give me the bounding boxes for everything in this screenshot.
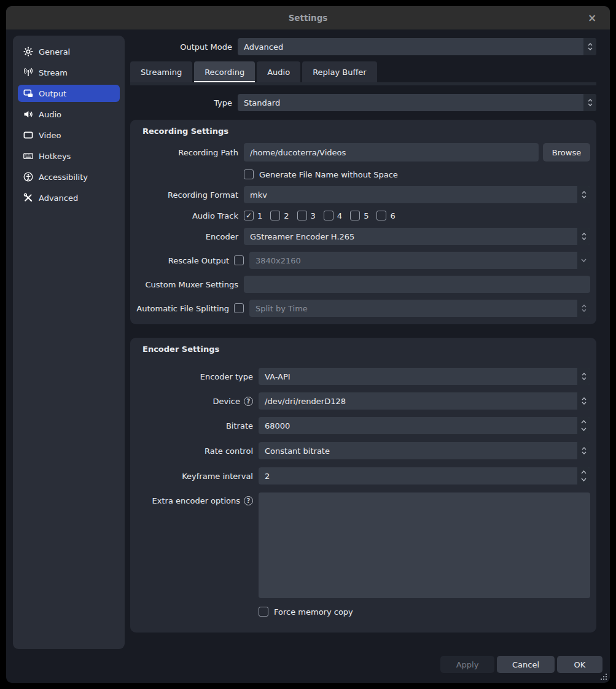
chevron-updown-icon[interactable] [577, 442, 590, 459]
sidebar-item-audio[interactable]: Audio [18, 106, 120, 123]
type-select[interactable]: Standard [238, 94, 596, 111]
keyframe-interval-spinbox[interactable]: 2 [259, 467, 590, 485]
custom-muxer-row: Custom Muxer Settings [136, 276, 590, 293]
chevron-updown-icon[interactable] [577, 368, 590, 385]
browse-button[interactable]: Browse [543, 143, 590, 162]
encoder-select[interactable]: GStreamer Encoder H.265 [244, 228, 590, 245]
recording-path-row: Recording Path /home/ducoterra/Videos Br… [136, 143, 590, 162]
keyboard-icon [23, 151, 33, 161]
device-label: Device? [136, 397, 253, 406]
sidebar-item-label: Hotkeys [39, 152, 71, 161]
sidebar-item-stream[interactable]: Stream [18, 64, 120, 81]
device-row: Device? /dev/dri/renderD128 [136, 392, 590, 410]
recording-format-label: Recording Format [136, 190, 244, 200]
tools-icon [23, 193, 33, 203]
output-mode-select[interactable]: Advanced [238, 38, 596, 55]
output-icon [23, 88, 33, 98]
tab-recording[interactable]: Recording [194, 61, 255, 82]
keyframe-interval-label: Keyframe interval [136, 472, 253, 481]
rescale-output-row: Rescale Output ✓ 3840x2160 [136, 252, 590, 269]
sidebar-item-accessibility[interactable]: Accessibility [18, 168, 120, 185]
device-select[interactable]: /dev/dri/renderD128 [259, 392, 590, 410]
generate-no-space-label: Generate File Name without Space [259, 170, 398, 179]
rate-control-select[interactable]: Constant bitrate [259, 442, 590, 459]
sidebar-item-advanced[interactable]: Advanced [18, 189, 120, 206]
audio-track-1-checkbox[interactable]: ✓ [244, 211, 254, 220]
recording-settings-group: Recording Settings Recording Path /home/… [130, 120, 596, 324]
audio-track-2-checkbox[interactable]: ✓ [270, 211, 280, 220]
sidebar-item-general[interactable]: General [18, 43, 120, 60]
encoder-type-row: Encoder type VA-API [136, 368, 590, 385]
sidebar-item-label: Output [39, 89, 66, 98]
group-title: Encoder Settings [136, 344, 590, 354]
audio-track-4-checkbox[interactable]: ✓ [324, 211, 333, 220]
type-label: Type [130, 98, 238, 107]
ok-button[interactable]: OK [557, 656, 602, 673]
tab-audio[interactable]: Audio [257, 61, 300, 82]
sidebar-item-hotkeys[interactable]: Hotkeys [18, 147, 120, 165]
settings-window: Settings × General Stream Output Audio V… [6, 6, 610, 683]
rate-control-label: Rate control [136, 446, 253, 456]
auto-split-label: Automatic File Splitting [136, 304, 229, 313]
sidebar-item-label: Stream [39, 68, 68, 77]
encoder-row: Encoder GStreamer Encoder H.265 [136, 228, 590, 245]
audio-track-row: Audio Track ✓1 ✓2 ✓3 ✓4 ✓5 ✓6 [136, 211, 590, 220]
audio-track-6-checkbox[interactable]: ✓ [376, 211, 386, 220]
encoder-type-select[interactable]: VA-API [259, 368, 590, 385]
title-bar[interactable]: Settings × [6, 6, 610, 29]
recording-path-label: Recording Path [136, 148, 244, 157]
auto-split-row: Automatic File Splitting ✓ Split by Time [136, 300, 590, 317]
output-mode-label: Output Mode [130, 42, 238, 52]
output-settings-pane: Output Mode Advanced Streaming Recording… [130, 36, 596, 633]
rate-control-row: Rate control Constant bitrate [136, 442, 590, 459]
help-icon[interactable]: ? [244, 397, 253, 406]
chevron-updown-icon[interactable] [577, 392, 590, 410]
force-memory-copy-label: Force memory copy [274, 607, 353, 617]
output-mode-row: Output Mode Advanced [130, 38, 596, 55]
chevron-updown-icon[interactable] [583, 94, 596, 111]
sidebar-item-video[interactable]: Video [18, 127, 120, 144]
custom-muxer-input[interactable] [244, 276, 590, 293]
audio-track-label: Audio Track [136, 211, 244, 220]
audio-track-5-checkbox[interactable]: ✓ [350, 211, 360, 220]
chevron-updown-icon[interactable] [583, 38, 596, 55]
close-icon[interactable]: × [583, 6, 601, 29]
force-memory-copy-row: ✓ Force memory copy [136, 607, 590, 617]
cancel-button[interactable]: Cancel [497, 656, 555, 673]
apply-button[interactable]: Apply [440, 656, 494, 673]
force-memory-copy-checkbox[interactable]: ✓ [259, 607, 268, 617]
tab-streaming[interactable]: Streaming [130, 61, 192, 82]
encoder-label: Encoder [136, 232, 244, 241]
chevron-down-icon [577, 252, 590, 269]
type-row: Type Standard [130, 94, 596, 111]
chevron-updown-icon[interactable] [577, 186, 590, 203]
spinner-arrows-icon[interactable] [577, 417, 590, 434]
sidebar-item-label: Audio [39, 110, 61, 119]
sidebar-item-output[interactable]: Output [18, 85, 120, 102]
auto-split-checkbox[interactable]: ✓ [234, 303, 244, 313]
sidebar-item-label: Video [39, 131, 61, 140]
chevron-updown-icon [577, 300, 590, 317]
encoder-settings-group: Encoder Settings Encoder type VA-API Dev… [130, 338, 596, 633]
chevron-updown-icon[interactable] [577, 228, 590, 245]
recording-format-row: Recording Format mkv [136, 186, 590, 203]
generate-no-space-checkbox[interactable]: ✓ [244, 169, 254, 179]
sidebar-item-label: Accessibility [39, 173, 88, 182]
recording-path-value: /home/ducoterra/Videos [250, 148, 346, 157]
resize-grip[interactable] [599, 673, 607, 681]
audio-track-3-checkbox[interactable]: ✓ [297, 211, 307, 220]
rescale-output-label: Rescale Output [136, 256, 229, 265]
help-icon[interactable]: ? [244, 496, 253, 505]
sidebar-item-label: General [39, 47, 70, 56]
rescale-output-checkbox[interactable]: ✓ [234, 255, 244, 265]
output-tabbar: Streaming Recording Audio Replay Buffer [130, 61, 596, 82]
extra-options-textarea[interactable] [259, 492, 590, 598]
bitrate-spinbox[interactable]: 68000 [259, 417, 590, 434]
dialog-footer: Apply Cancel OK [440, 656, 602, 673]
recording-format-select[interactable]: mkv [244, 186, 590, 203]
encoder-type-label: Encoder type [136, 372, 253, 381]
recording-path-input[interactable]: /home/ducoterra/Videos [244, 143, 539, 162]
spinner-arrows-icon[interactable] [577, 467, 590, 485]
tab-replay-buffer[interactable]: Replay Buffer [302, 61, 377, 82]
output-mode-value: Advanced [238, 38, 583, 55]
